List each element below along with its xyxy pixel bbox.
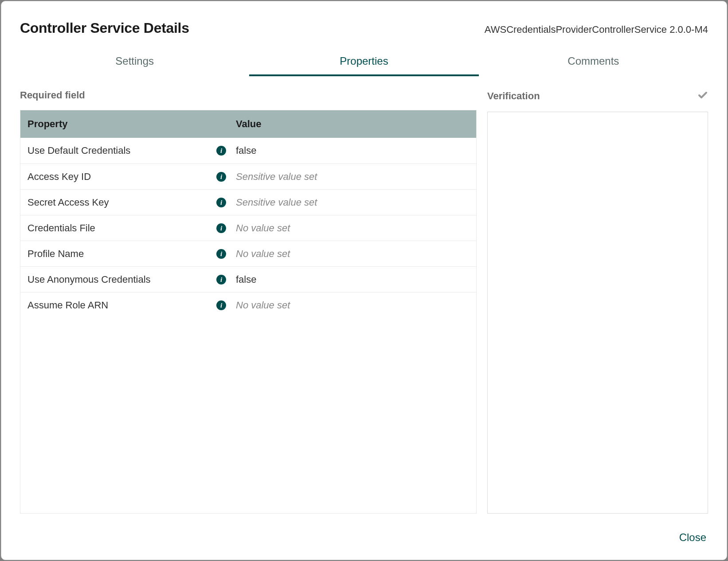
property-value: No value set: [231, 216, 476, 240]
property-name: Secret Access Key: [20, 191, 211, 214]
table-row[interactable]: Use Default Credentialsifalse: [20, 138, 476, 164]
content-row: Required field Property Value Use Defaul…: [20, 90, 708, 514]
property-name: Credentials File: [20, 216, 211, 240]
verify-icon[interactable]: [697, 90, 708, 102]
table-row[interactable]: Credentials FileiNo value set: [20, 215, 476, 241]
tab-settings[interactable]: Settings: [20, 50, 249, 76]
tab-comments[interactable]: Comments: [479, 50, 708, 76]
tab-properties[interactable]: Properties: [249, 50, 478, 76]
property-info-cell: i: [211, 146, 231, 156]
controller-service-dialog: Controller Service Details AWSCredential…: [1, 1, 727, 560]
property-info-cell: i: [211, 300, 231, 310]
table-header: Property Value: [20, 110, 476, 138]
property-info-cell: i: [211, 223, 231, 233]
info-icon[interactable]: i: [216, 146, 226, 156]
service-type-version: AWSCredentialsProviderControllerService …: [485, 24, 708, 35]
property-name: Access Key ID: [20, 165, 211, 189]
property-info-cell: i: [211, 172, 231, 182]
table-row[interactable]: Use Anonymous Credentialsifalse: [20, 266, 476, 292]
property-value: Sensitive value set: [231, 165, 476, 189]
verification-header: Verification: [487, 90, 708, 103]
property-name: Use Default Credentials: [20, 139, 211, 163]
dialog-header: Controller Service Details AWSCredential…: [20, 20, 708, 36]
property-info-cell: i: [211, 249, 231, 259]
close-button[interactable]: Close: [677, 529, 708, 546]
property-name: Use Anonymous Credentials: [20, 268, 211, 292]
dialog-title: Controller Service Details: [20, 20, 189, 36]
column-header-value: Value: [229, 110, 476, 138]
required-field-label: Required field: [20, 90, 477, 101]
dialog-footer: Close: [20, 514, 708, 546]
verification-title: Verification: [487, 90, 540, 102]
property-value: No value set: [231, 293, 476, 317]
property-info-cell: i: [211, 275, 231, 284]
info-icon[interactable]: i: [216, 249, 226, 259]
property-value: Sensitive value set: [231, 191, 476, 214]
table-row[interactable]: Profile NameiNo value set: [20, 241, 476, 266]
info-icon[interactable]: i: [216, 223, 226, 233]
table-row[interactable]: Secret Access KeyiSensitive value set: [20, 189, 476, 215]
verification-results-box: [487, 112, 708, 514]
properties-table: Property Value Use Default Credentialsif…: [20, 110, 477, 514]
info-icon[interactable]: i: [216, 198, 226, 207]
table-row[interactable]: Access Key IDiSensitive value set: [20, 164, 476, 189]
info-icon[interactable]: i: [216, 275, 226, 284]
property-info-cell: i: [211, 198, 231, 207]
column-header-property: Property: [20, 110, 229, 138]
info-icon[interactable]: i: [216, 172, 226, 182]
property-value: false: [231, 139, 476, 163]
properties-column: Required field Property Value Use Defaul…: [20, 90, 477, 514]
property-name: Assume Role ARN: [20, 293, 211, 317]
verification-column: Verification: [487, 90, 708, 514]
table-row[interactable]: Assume Role ARNiNo value set: [20, 292, 476, 318]
table-body: Use Default CredentialsifalseAccess Key …: [20, 138, 476, 318]
property-value: false: [231, 268, 476, 292]
info-icon[interactable]: i: [216, 300, 226, 310]
property-name: Profile Name: [20, 242, 211, 266]
property-value: No value set: [231, 242, 476, 266]
tab-bar: Settings Properties Comments: [20, 50, 708, 76]
